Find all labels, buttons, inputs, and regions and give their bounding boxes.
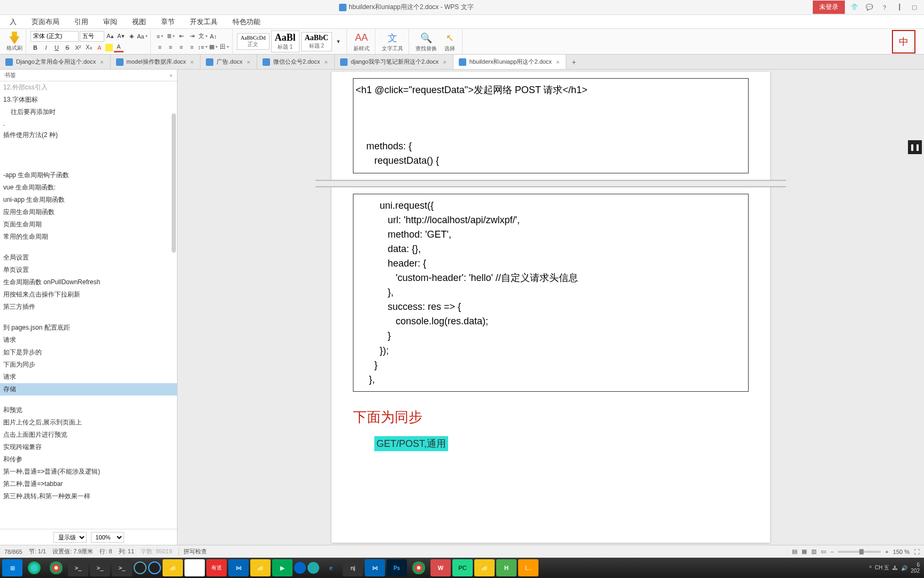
- outline-item[interactable]: 第一种,普通=>普通(不能涉及逻辑): [0, 466, 177, 478]
- taskbar-vscode-icon[interactable]: ⋈: [228, 559, 249, 576]
- taskbar-photoshop-icon[interactable]: Ps: [387, 559, 407, 576]
- taskbar-app-icon[interactable]: [134, 561, 147, 574]
- new-tab-button[interactable]: +: [566, 58, 581, 66]
- tray-ime[interactable]: CH 五: [875, 564, 889, 572]
- close-icon[interactable]: ×: [555, 59, 560, 65]
- indent-increase-button[interactable]: ⇥: [187, 32, 197, 41]
- taskbar-terminal-icon[interactable]: >_: [112, 559, 132, 576]
- align-left-button[interactable]: ≡: [155, 42, 165, 52]
- outline-item[interactable]: 第三种,跳转,和第一种效果一样: [0, 490, 177, 503]
- fullscreen-icon[interactable]: ⛶: [914, 549, 920, 555]
- font-color-button[interactable]: A: [114, 43, 124, 52]
- close-icon[interactable]: ×: [99, 59, 104, 65]
- clear-format-button[interactable]: ◈: [127, 32, 136, 41]
- font-family-select[interactable]: [30, 31, 79, 42]
- font-size-select[interactable]: [80, 31, 104, 42]
- bold-button[interactable]: B: [30, 43, 40, 52]
- taskbar-app-icon[interactable]: [294, 562, 306, 574]
- taskbar-wps-icon[interactable]: W: [430, 559, 451, 576]
- outline-item[interactable]: 如下是异步的: [0, 346, 177, 359]
- close-icon[interactable]: ×: [323, 59, 328, 65]
- bullet-list-button[interactable]: ≡▾: [155, 32, 165, 41]
- taskbar-terminal-icon[interactable]: >_: [68, 559, 88, 576]
- align-justify-button[interactable]: ≡: [187, 42, 197, 52]
- doc-tab-2[interactable]: model操作数据库.docx ×: [111, 55, 201, 69]
- outline-item[interactable]: 请求: [0, 334, 177, 346]
- taskbar-app-icon[interactable]: [148, 561, 161, 574]
- taskbar-edge-icon[interactable]: [28, 561, 41, 574]
- text-tools-button[interactable]: 文 文字工具: [380, 31, 405, 52]
- taskbar-app-icon[interactable]: [307, 562, 319, 574]
- zoom-in-button[interactable]: +: [885, 549, 888, 555]
- text-direction-button[interactable]: 文▾: [198, 32, 207, 41]
- outline-item[interactable]: 和传参: [0, 453, 177, 466]
- sidebar-close-icon[interactable]: ×: [170, 72, 173, 79]
- taskbar-app-icon[interactable]: nj: [343, 559, 363, 576]
- taskbar-folder-icon[interactable]: 📁: [250, 559, 271, 576]
- zoom-level[interactable]: 150 %: [893, 549, 910, 555]
- style-more-button[interactable]: ▾: [334, 37, 343, 47]
- view-print-icon[interactable]: ▤: [792, 548, 797, 555]
- start-button[interactable]: ⊞: [2, 559, 22, 576]
- view-reading-icon[interactable]: ▭: [821, 548, 826, 555]
- outline-item[interactable]: uni-app 生命周期函数: [0, 194, 177, 206]
- document-area[interactable]: <h1 @click="requestData">发起网络 POST 请求</h…: [178, 70, 924, 545]
- select-button[interactable]: ↖ 选择: [441, 31, 459, 52]
- grow-font-button[interactable]: A▴: [105, 32, 115, 41]
- superscript-button[interactable]: X²: [73, 43, 83, 52]
- doc-tab-3[interactable]: 广告.docx ×: [201, 55, 257, 69]
- zoom-slider[interactable]: [838, 551, 881, 553]
- sidebar-scrollbar[interactable]: [172, 113, 176, 253]
- underline-button[interactable]: U: [52, 43, 61, 52]
- outline-item[interactable]: 应用生命周期函数: [0, 206, 177, 218]
- taskbar-chrome-icon[interactable]: [50, 561, 63, 574]
- login-button[interactable]: 未登录: [813, 1, 845, 14]
- format-brush-button[interactable]: 格式刷: [6, 32, 22, 52]
- style-normal[interactable]: AaBbCcDd 正文: [237, 33, 270, 50]
- shading-button[interactable]: ▦▾: [209, 42, 218, 52]
- doc-tab-6[interactable]: hbuilderx和uniapp用这个2.docx ×: [453, 55, 567, 69]
- help-icon[interactable]: ?: [879, 2, 890, 13]
- menu-insert[interactable]: 入: [2, 17, 24, 27]
- outline-item[interactable]: 到 pages.json 配置底距: [0, 322, 177, 334]
- new-style-button[interactable]: AA 新样式: [351, 31, 372, 52]
- outline-item[interactable]: 第二种,普通=>tabbar: [0, 478, 177, 490]
- close-icon[interactable]: ×: [189, 59, 195, 65]
- taskbar-ie-icon[interactable]: e: [321, 559, 341, 576]
- menu-view[interactable]: 视图: [125, 17, 153, 27]
- strikethrough-button[interactable]: S: [63, 43, 72, 52]
- taskbar-store-icon[interactable]: 🛍: [184, 559, 205, 576]
- zoom-out-button[interactable]: −: [830, 549, 834, 555]
- outline-item[interactable]: 请求: [0, 371, 177, 383]
- doc-tab-5[interactable]: django我学习笔记新用这个2.docx ×: [335, 55, 453, 69]
- menu-review[interactable]: 审阅: [96, 17, 125, 27]
- style-heading2[interactable]: AaBbC 标题 2: [301, 32, 332, 51]
- status-chars[interactable]: 字数: 95019: [141, 547, 172, 556]
- zoom-thumb[interactable]: [859, 549, 864, 554]
- tray-network-icon[interactable]: 🖧: [892, 565, 898, 571]
- view-web-icon[interactable]: ▥: [811, 548, 817, 555]
- outline-item[interactable]: .: [0, 118, 177, 129]
- outline-item[interactable]: 往后要再添加时: [0, 106, 177, 118]
- italic-button[interactable]: I: [41, 43, 51, 52]
- system-tray[interactable]: ^ CH 五 🖧 🔊 6 202: [869, 562, 922, 574]
- doc-tab-4[interactable]: 微信公众号2.docx ×: [257, 55, 335, 69]
- number-list-button[interactable]: ≣▾: [166, 32, 175, 41]
- outline-item[interactable]: 用按钮来点击操作下拉刷新: [0, 288, 177, 301]
- style-heading1[interactable]: AaBl 标题 1: [271, 31, 299, 52]
- menu-layout[interactable]: 页面布局: [24, 17, 67, 27]
- outline-item[interactable]: -app 生命周期钩子函数: [0, 169, 177, 181]
- outline-item[interactable]: 图片上传之后,展示到页面上: [0, 416, 177, 429]
- menu-devtools[interactable]: 开发工具: [182, 17, 225, 27]
- taskbar-terminal-icon[interactable]: >_: [90, 559, 110, 576]
- taskbar-chrome-icon[interactable]: [412, 561, 425, 574]
- align-right-button[interactable]: ≡: [176, 42, 186, 52]
- line-spacing-button[interactable]: ↕≡▾: [198, 42, 207, 52]
- outline-item[interactable]: 下面为同步: [0, 359, 177, 371]
- sidebar-zoom-select[interactable]: 100%: [91, 532, 124, 543]
- outline-item[interactable]: 点击上面图片进行预览: [0, 429, 177, 441]
- indent-decrease-button[interactable]: ⇤: [176, 32, 186, 41]
- outline-item[interactable]: vue 生命周期函数:: [0, 181, 177, 194]
- menu-section[interactable]: 章节: [153, 17, 182, 27]
- taskbar-folder-icon[interactable]: 📁: [474, 559, 495, 576]
